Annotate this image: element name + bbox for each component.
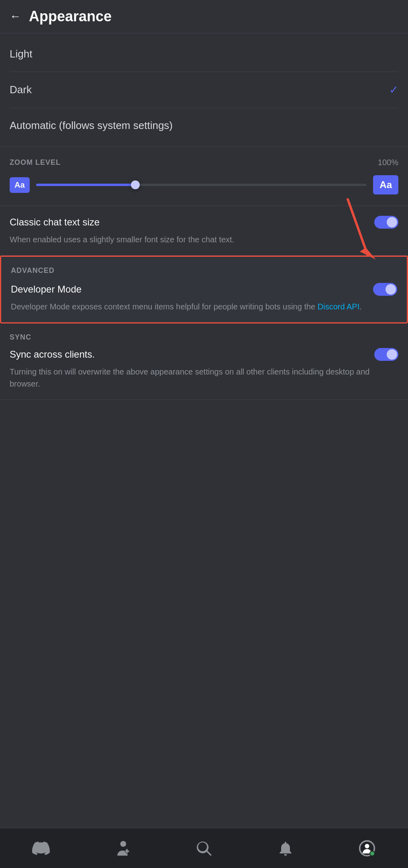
theme-option-light[interactable]: Light bbox=[0, 37, 408, 72]
sync-description: Turning this on will overwrite the above… bbox=[10, 366, 398, 390]
nav-friends[interactable] bbox=[114, 839, 131, 857]
page-title: Appearance bbox=[29, 8, 112, 25]
svg-point-3 bbox=[365, 844, 369, 848]
aa-small: Aa bbox=[10, 177, 30, 193]
zoom-section: ZOOM LEVEL 100% Aa Aa bbox=[0, 147, 408, 206]
discord-api-link[interactable]: Discord API bbox=[318, 302, 359, 311]
zoom-level-label: ZOOM LEVEL bbox=[10, 158, 61, 167]
developer-mode-toggle[interactable] bbox=[373, 283, 397, 296]
classic-chat-label: Classic chat text size bbox=[10, 217, 100, 228]
nav-home[interactable] bbox=[32, 839, 50, 857]
sync-section-label: SYNC bbox=[10, 333, 31, 341]
advanced-section: ADVANCED Developer Mode Developer Mode e… bbox=[0, 256, 408, 323]
header: ← Appearance bbox=[0, 0, 408, 33]
theme-option-automatic[interactable]: Automatic (follows system settings) bbox=[0, 108, 408, 143]
dark-selected-checkmark: ✓ bbox=[389, 83, 398, 96]
back-button[interactable]: ← bbox=[10, 10, 21, 23]
profile-status-dot bbox=[369, 851, 375, 856]
nav-search[interactable] bbox=[195, 839, 213, 857]
sync-label: Sync across clients. bbox=[10, 349, 95, 360]
advanced-wrapper: ADVANCED Developer Mode Developer Mode e… bbox=[0, 256, 408, 323]
developer-mode-description: Developer Mode exposes context menu item… bbox=[11, 301, 397, 313]
classic-chat-section: Classic chat text size When enabled uses… bbox=[0, 206, 408, 256]
classic-chat-toggle[interactable] bbox=[374, 216, 398, 229]
theme-option-dark[interactable]: Dark ✓ bbox=[0, 72, 408, 108]
sync-toggle[interactable] bbox=[374, 348, 398, 361]
classic-chat-description: When enabled uses a slightly smaller fon… bbox=[10, 233, 398, 246]
aa-large: Aa bbox=[373, 175, 398, 194]
zoom-slider-row: Aa Aa bbox=[10, 175, 398, 194]
advanced-section-label: ADVANCED bbox=[11, 266, 55, 274]
nav-notifications[interactable] bbox=[277, 839, 294, 857]
zoom-value: 100% bbox=[378, 158, 398, 167]
sync-section: SYNC Sync across clients. Turning this o… bbox=[0, 323, 408, 400]
nav-profile[interactable] bbox=[358, 839, 376, 857]
theme-section: Light Dark ✓ Automatic (follows system s… bbox=[0, 33, 408, 147]
zoom-slider[interactable] bbox=[36, 177, 367, 193]
bottom-nav bbox=[0, 828, 408, 868]
developer-mode-label: Developer Mode bbox=[11, 284, 82, 295]
